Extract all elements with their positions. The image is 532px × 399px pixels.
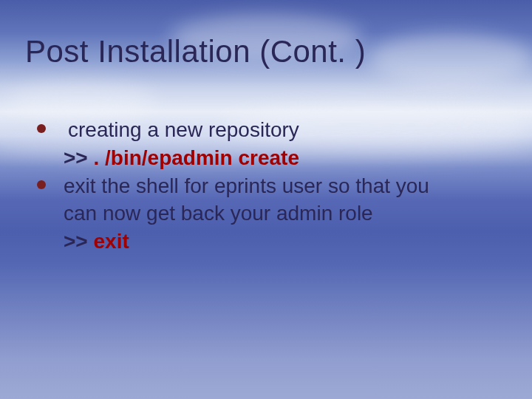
bullet-text-line1: exit the shell for eprints user so that … <box>64 174 429 197</box>
slide-body: creating a new repository >> . /bin/epad… <box>37 117 502 256</box>
bullet-icon <box>37 124 46 133</box>
slide: Post Installation (Cont. ) creating a ne… <box>0 0 532 399</box>
slide-title: Post Installation (Cont. ) <box>25 34 366 69</box>
command-text: exit <box>93 230 129 253</box>
prompt: >> <box>64 230 88 253</box>
bullet-item-1: creating a new repository <box>37 117 502 143</box>
bullet-icon <box>37 180 46 189</box>
bullet-text-line2: can now get back your admin role <box>37 200 502 227</box>
cloud-decoration <box>369 33 532 85</box>
cloud-decoration <box>7 81 155 118</box>
bullet-text: creating a new repository <box>64 118 299 141</box>
command-text: . /bin/epadmin create <box>93 146 299 169</box>
command-line-1: >> . /bin/epadmin create <box>37 145 502 171</box>
bullet-item-2: exit the shell for eprints user so that … <box>37 173 502 200</box>
prompt: >> <box>64 146 88 169</box>
command-line-2: >> exit <box>37 228 502 255</box>
